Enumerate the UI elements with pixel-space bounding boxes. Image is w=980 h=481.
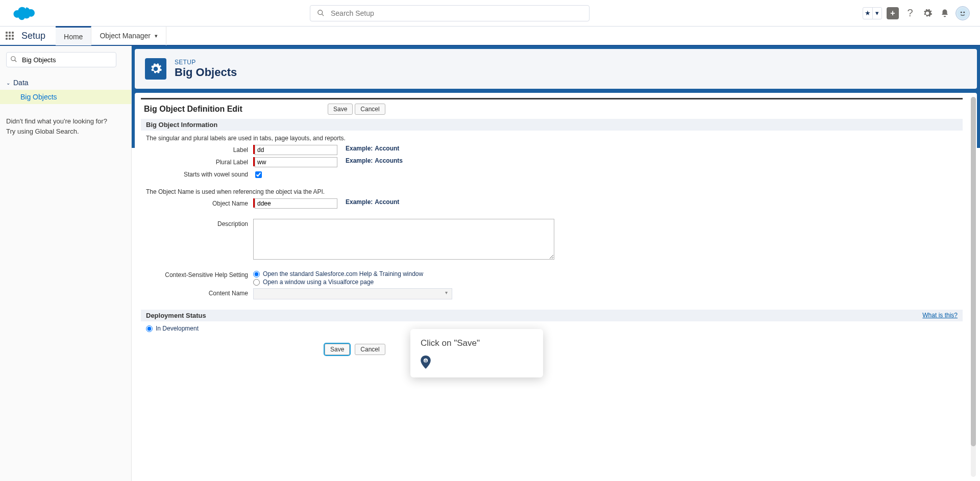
help-option-vf-label: Open a window using a Visualforce page [263,279,374,286]
tab-object-manager[interactable]: Object Manager ▾ [91,26,166,45]
in-development-label: In Development [156,325,199,332]
what-is-this-link[interactable]: What is this? [922,312,958,319]
label-input[interactable] [255,145,337,155]
page-title: Big Objects [175,66,237,79]
notifications-icon[interactable] [938,7,951,20]
global-search-input[interactable] [310,5,590,21]
breadcrumb: SETUP [175,59,237,66]
help-option-vf-radio[interactable] [253,279,260,286]
svg-point-0 [318,10,323,14]
svg-point-3 [961,11,962,13]
svg-point-5 [11,57,15,61]
user-avatar[interactable] [955,6,970,20]
help-setting-label: Context-Sensitive Help Setting [141,270,253,279]
label-label: Label [141,145,253,154]
panel-title: Big Object Definition Edit [144,105,328,114]
sidebar-item-big-objects[interactable]: Big Objects [0,90,131,104]
help-option-standard-radio[interactable] [253,271,260,277]
info-intro: The singular and plural labels are used … [141,131,963,144]
svg-point-2 [958,8,968,18]
save-button-top[interactable]: Save [328,104,353,115]
plural-label-label: Plural Label [141,157,253,166]
svg-text:G: G [424,359,427,363]
help-option-standard-label: Open the standard Salesforce.com Help & … [263,270,423,277]
vowel-checkbox[interactable] [255,171,262,178]
gear-icon[interactable] [921,7,934,20]
sidebar-section-data[interactable]: ⌄ Data [6,75,125,90]
app-nav: Setup Home Object Manager ▾ [0,27,980,46]
salesforce-logo-icon [10,4,37,22]
content-name-select[interactable] [253,288,452,299]
example-account: Account [375,198,399,206]
gear-icon [145,58,166,80]
app-launcher-icon[interactable] [0,32,19,40]
tab-object-manager-label: Object Manager [100,32,151,40]
instruction-tooltip: Click on "Save" G [410,329,543,377]
example-label: Example: [346,157,373,164]
search-icon [10,56,17,64]
example-label: Example: [346,198,373,206]
global-search [310,5,590,21]
chevron-down-icon: ⌄ [6,80,10,86]
tooltip-text: Click on "Save" [421,338,533,348]
app-title: Setup [19,31,56,41]
api-intro: The Object Name is used when referencing… [141,179,963,197]
sidebar-footer: Didn't find what you're looking for? Try… [6,116,125,136]
sidebar-section-label: Data [13,79,29,87]
svg-line-1 [322,14,324,16]
scrollbar[interactable] [971,97,976,477]
setup-sidebar: ⌄ Data Big Objects Didn't find what you'… [0,46,132,481]
cancel-button-top[interactable]: Cancel [355,104,385,115]
cancel-button[interactable]: Cancel [355,344,385,355]
favorites-toggle[interactable]: ★ ▾ [863,7,882,19]
content-name-label: Content Name [141,288,253,297]
global-header: ★ ▾ + ? [0,0,980,27]
quick-find-input[interactable] [6,52,116,67]
plural-label-input[interactable] [255,157,337,167]
description-textarea[interactable] [253,219,554,260]
sidebar-footer-line2: Try using Global Search. [6,126,125,137]
description-label: Description [141,219,253,227]
vowel-label: Starts with vowel sound [141,169,253,178]
star-icon: ★ [863,8,872,19]
save-button[interactable]: Save [325,344,350,355]
page-header: SETUP Big Objects [135,49,977,89]
location-pin-icon: G [421,356,431,369]
in-development-radio[interactable] [146,325,153,332]
section-big-object-information: Big Object Information [141,119,963,131]
chevron-down-icon: ▾ [872,8,881,19]
example-label: Example: [346,145,373,152]
svg-line-6 [15,60,17,62]
tab-home[interactable]: Home [56,26,91,45]
search-icon [317,9,325,18]
object-name-label: Object Name [141,198,253,207]
object-name-input[interactable] [255,198,337,209]
sidebar-footer-line1: Didn't find what you're looking for? [6,116,125,126]
example-account: Account [375,145,399,152]
add-button[interactable]: + [886,7,899,20]
svg-point-4 [963,11,965,13]
help-icon[interactable]: ? [903,7,917,20]
chevron-down-icon: ▾ [155,33,158,39]
example-accounts: Accounts [375,157,403,164]
section-deployment-status: Deployment Status [146,312,206,319]
